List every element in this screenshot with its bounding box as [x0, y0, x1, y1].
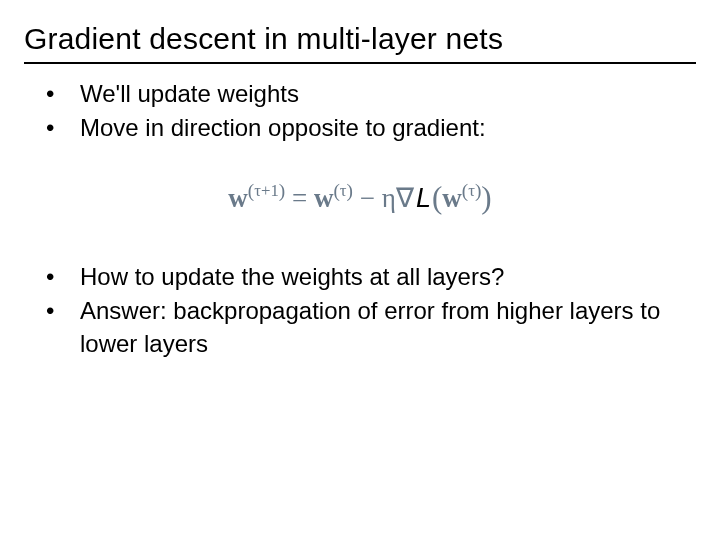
eq-nabla: ∇	[396, 183, 414, 213]
eq-big-rparen: )	[481, 180, 491, 215]
slide-title: Gradient descent in multi-layer nets	[24, 18, 696, 64]
eq-w: w	[442, 183, 462, 213]
equation-block: w(τ+1) = w(τ) − η∇L(w(τ))	[24, 179, 696, 215]
eq-minus: −	[353, 183, 382, 213]
eq-w: w	[314, 183, 334, 213]
bullet-list-bottom: How to update the weights at all layers?…	[46, 261, 696, 360]
bullet-list-top: We'll update weights Move in direction o…	[46, 78, 696, 145]
eq-eta: η	[382, 183, 396, 213]
bullet-item: How to update the weights at all layers?	[46, 261, 696, 293]
equation: w(τ+1) = w(τ) − η∇L(w(τ))	[228, 183, 491, 213]
eq-equals: =	[285, 183, 314, 213]
bullet-item: Move in direction opposite to gradient:	[46, 112, 696, 144]
bullet-item: We'll update weights	[46, 78, 696, 110]
eq-loss-L: L	[414, 183, 432, 213]
bullet-item: Answer: backpropagation of error from hi…	[46, 295, 696, 360]
slide: Gradient descent in multi-layer nets We'…	[0, 0, 720, 540]
eq-big-lparen: (	[432, 180, 442, 215]
eq-w: w	[228, 183, 248, 213]
